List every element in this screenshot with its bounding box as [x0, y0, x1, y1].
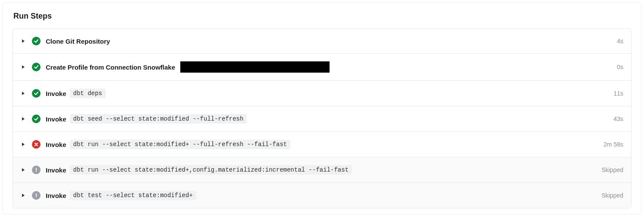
step-row[interactable]: Invoke dbt deps 11s	[13, 81, 631, 106]
step-row[interactable]: Clone Git Repository 4s	[13, 29, 631, 54]
step-label: Invoke	[46, 90, 66, 97]
run-steps-panel: Run Steps Clone Git Repository 4s Create…	[3, 3, 641, 214]
step-command: dbt run --select state:modified+ --full-…	[70, 140, 291, 149]
step-label: Create Profile from Connection Snowflake	[46, 64, 175, 71]
step-duration: Skipped	[601, 192, 623, 199]
step-duration: Skipped	[601, 166, 623, 173]
expand-chevron-icon[interactable]	[21, 193, 26, 198]
step-duration: 4s	[617, 38, 623, 45]
svg-point-1	[36, 196, 37, 197]
expand-chevron-icon[interactable]	[21, 116, 26, 121]
step-duration: 0s	[617, 64, 623, 70]
step-row[interactable]: Invoke dbt run --select state:modified+ …	[13, 132, 631, 157]
step-label: Invoke	[46, 166, 66, 174]
step-duration: 2m 58s	[603, 141, 623, 148]
step-command: dbt test --select state:modified+	[70, 191, 196, 200]
status-success-icon	[32, 89, 41, 98]
step-label: Invoke	[46, 192, 66, 199]
expand-chevron-icon[interactable]	[21, 167, 26, 172]
expand-chevron-icon[interactable]	[21, 64, 26, 70]
step-label: Clone Git Repository	[46, 38, 110, 45]
steps-list: Clone Git Repository 4s Create Profile f…	[13, 29, 631, 208]
step-row[interactable]: Invoke dbt run --select state:modified+,…	[13, 157, 631, 183]
status-error-icon	[32, 140, 41, 149]
step-command: dbt run --select state:modified+,config.…	[70, 165, 352, 175]
status-success-icon	[32, 37, 41, 45]
svg-point-0	[36, 171, 37, 172]
step-command: dbt deps	[70, 89, 106, 98]
step-command: dbt seed --select state:modified --full-…	[70, 114, 247, 124]
step-row[interactable]: Invoke dbt seed --select state:modified …	[13, 106, 631, 132]
expand-chevron-icon[interactable]	[21, 142, 26, 147]
expand-chevron-icon[interactable]	[21, 91, 26, 96]
status-success-icon	[32, 63, 41, 71]
step-duration: 11s	[613, 90, 623, 97]
step-row[interactable]: Invoke dbt test --select state:modified+…	[13, 183, 631, 208]
expand-chevron-icon[interactable]	[21, 38, 26, 44]
step-duration: 43s	[613, 115, 623, 122]
status-skipped-icon	[32, 191, 41, 200]
status-success-icon	[32, 115, 41, 123]
status-skipped-icon	[32, 166, 41, 174]
step-row[interactable]: Create Profile from Connection Snowflake…	[13, 54, 631, 81]
step-label: Invoke	[46, 141, 66, 148]
redacted-block	[180, 61, 330, 73]
panel-title: Run Steps	[13, 12, 631, 21]
step-label: Invoke	[46, 115, 66, 123]
